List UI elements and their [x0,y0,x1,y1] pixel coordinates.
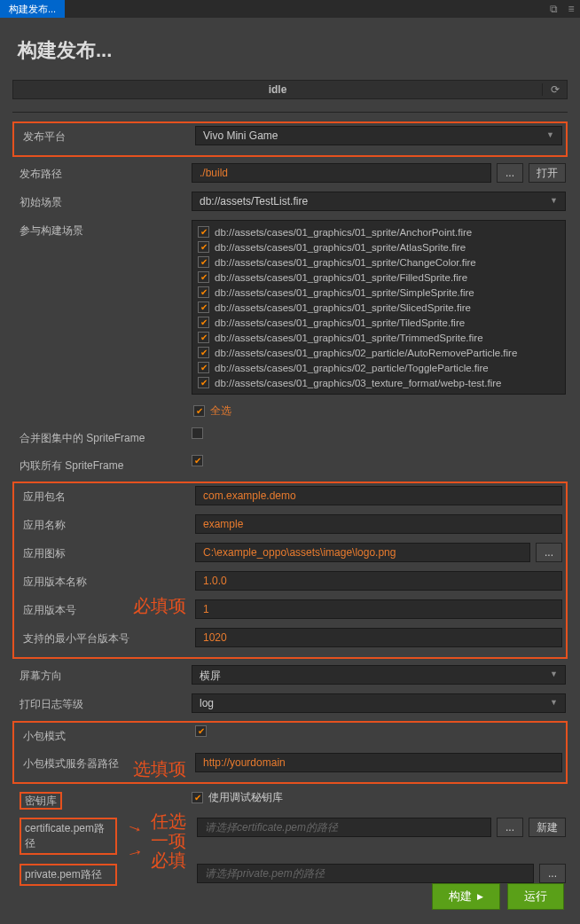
menu-icon[interactable]: ≡ [562,3,580,15]
log-level-select[interactable]: log [192,693,566,713]
build-button[interactable]: 构建▶ [432,883,500,910]
init-scene-label: 初始场景 [14,192,192,210]
row-scenes: 参与构建场景 db://assets/cases/01_graphics/01_… [12,219,568,419]
scene-path: db://assets/cases/01_graphics/01_sprite/… [215,317,465,328]
orientation-select[interactable]: 横屏 [192,665,566,685]
scene-item[interactable]: db://assets/cases/01_graphics/01_sprite/… [196,285,561,300]
platform-label: 发布平台 [18,126,195,145]
debug-keystore-checkbox[interactable] [192,792,203,803]
row-small-pkg: 小包模式 [16,724,564,745]
orientation-label: 屏幕方向 [14,665,192,684]
ver-code-input[interactable] [195,599,562,619]
run-button[interactable]: 运行 [507,883,564,910]
scene-item[interactable]: db://assets/cases/01_graphics/01_sprite/… [196,239,561,254]
row-min-platform: 支持的最小平台版本号 [16,627,564,648]
scene-item[interactable]: db://assets/cases/01_graphics/01_sprite/… [196,315,561,330]
scene-checkbox[interactable] [198,347,209,358]
status-text: idle [13,83,542,96]
merge-atlas-label: 合并图集中的 SpriteFrame [14,427,192,446]
cert-browse-button[interactable]: ... [497,818,523,837]
scene-path: db://assets/cases/01_graphics/01_sprite/… [215,302,471,313]
priv-pem-label: private.pem路径 [20,864,117,886]
scene-checkbox[interactable] [198,286,209,298]
scene-path: db://assets/cases/01_graphics/01_sprite/… [215,242,466,253]
scene-path: db://assets/cases/01_graphics/01_sprite/… [215,287,474,298]
row-cert-pem: certificate.pem路径 ... 新建 [12,817,568,856]
scene-checkbox[interactable] [198,317,209,328]
cert-pem-label: certificate.pem路径 [20,818,117,855]
scene-checkbox[interactable] [198,332,209,343]
app-icon-label: 应用图标 [18,543,195,561]
scene-checkbox[interactable] [198,271,209,283]
inline-sf-label: 内联所有 SpriteFrame [14,455,192,474]
footer-buttons: 构建▶ 运行 [432,883,564,910]
titlebar-tab[interactable]: 构建发布... [0,0,65,18]
row-log-level: 打印日志等级 log [12,693,568,714]
main-panel: 构建发布... idle ⟳ 发布平台 Vivo Mini Game 发布路径 … [0,18,580,924]
row-orientation: 屏幕方向 横屏 [12,664,568,685]
cert-new-button[interactable]: 新建 [529,818,566,837]
scene-path: db://assets/cases/01_graphics/01_sprite/… [215,272,467,283]
select-all-label: 全选 [210,403,231,419]
inline-sf-checkbox[interactable] [192,455,203,466]
scene-item[interactable]: db://assets/cases/01_graphics/03_texture… [196,375,561,390]
scene-item[interactable]: db://assets/cases/01_graphics/01_sprite/… [196,224,561,239]
refresh-icon[interactable]: ⟳ [542,83,567,96]
min-platform-input[interactable] [195,628,562,647]
pkg-name-input[interactable] [195,486,562,505]
pkg-name-label: 应用包名 [18,486,195,505]
row-merge-atlas: 合并图集中的 SpriteFrame [12,427,568,447]
scene-checkbox[interactable] [198,377,209,388]
ver-name-input[interactable] [195,571,562,591]
row-small-pkg-server: 小包模式服务器路径 [16,752,564,773]
browse-button[interactable]: ... [497,163,523,183]
row-init-scene: 初始场景 db://assets/TestList.fire [12,191,568,212]
platform-select[interactable]: Vivo Mini Game [195,126,562,145]
scene-checkbox[interactable] [198,241,209,253]
icon-browse-button[interactable]: ... [536,543,562,562]
small-pkg-label: 小包模式 [18,725,195,744]
priv-browse-button[interactable]: ... [539,864,566,883]
scene-path: db://assets/cases/01_graphics/01_sprite/… [215,257,476,268]
debug-keystore-label: 使用调试秘钥库 [208,790,283,805]
scene-checkbox[interactable] [198,301,209,313]
row-platform: 发布平台 Vivo Mini Game [16,125,564,146]
app-icon-input[interactable] [195,543,530,562]
small-pkg-checkbox[interactable] [195,725,207,737]
scene-checkbox[interactable] [198,226,209,238]
build-form: 发布平台 Vivo Mini Game 发布路径 ... 打开 初始场景 db:… [12,112,568,887]
row-inline-sf: 内联所有 SpriteFrame [12,454,568,474]
row-pkg-name: 应用包名 [16,485,564,506]
min-platform-label: 支持的最小平台版本号 [18,628,195,646]
open-button[interactable]: 打开 [529,163,566,183]
scene-path: db://assets/cases/01_graphics/01_sprite/… [215,333,483,343]
titlebar: 构建发布... ⧉ ≡ [0,0,580,18]
merge-atlas-checkbox[interactable] [192,427,203,439]
priv-pem-input[interactable] [197,864,534,883]
app-name-input[interactable] [195,514,562,534]
cert-pem-input[interactable] [197,818,491,837]
small-pkg-server-input[interactable] [195,753,562,772]
scene-item[interactable]: db://assets/cases/01_graphics/02_particl… [196,345,561,360]
scenes-label: 参与构建场景 [14,220,192,239]
scene-item[interactable]: db://assets/cases/01_graphics/01_sprite/… [196,330,561,345]
scene-list[interactable]: db://assets/cases/01_graphics/01_sprite/… [192,220,566,395]
app-name-label: 应用名称 [18,514,195,533]
scene-item[interactable]: db://assets/cases/01_graphics/02_particl… [196,360,561,375]
scene-checkbox[interactable] [198,256,209,268]
scene-item[interactable]: db://assets/cases/01_graphics/01_sprite/… [196,254,561,270]
select-all-row[interactable]: 全选 [192,403,566,419]
scene-item[interactable]: db://assets/cases/01_graphics/01_sprite/… [196,270,561,285]
row-keystore: 密钥库 使用调试秘钥库 [12,789,568,810]
row-app-icon: 应用图标 ... [16,542,564,563]
row-ver-name: 应用版本名称 [16,570,564,591]
popout-icon[interactable]: ⧉ [545,3,562,15]
chevron-right-icon: ▶ [477,892,483,901]
ver-code-label: 应用版本号 [18,599,195,618]
row-ver-code: 应用版本号 [16,599,564,620]
init-scene-select[interactable]: db://assets/TestList.fire [192,192,566,211]
select-all-checkbox[interactable] [193,405,205,417]
build-path-input[interactable] [192,163,491,183]
scene-checkbox[interactable] [198,362,209,373]
scene-item[interactable]: db://assets/cases/01_graphics/01_sprite/… [196,300,561,315]
